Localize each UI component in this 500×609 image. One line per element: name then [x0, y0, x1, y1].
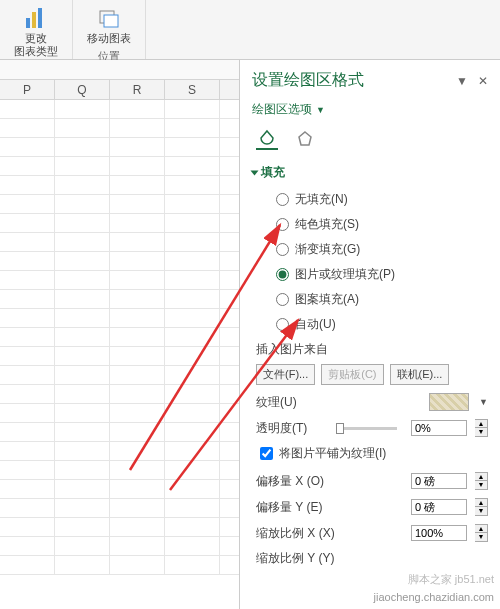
panel-dropdown-icon[interactable]: ▼	[456, 74, 468, 88]
col-header[interactable]: Q	[55, 80, 110, 99]
radio-no-fill[interactable]: 无填充(N)	[276, 191, 488, 208]
chevron-down-icon: ▼	[316, 105, 325, 115]
spreadsheet[interactable]: P Q R S	[0, 60, 240, 609]
tab-effects[interactable]	[294, 128, 316, 150]
tab-fill-line[interactable]	[256, 128, 278, 150]
file-button[interactable]: 文件(F)...	[256, 364, 315, 385]
scale-x-label: 缩放比例 X (X)	[256, 525, 346, 542]
change-chart-type-label: 更改 图表类型	[14, 32, 58, 58]
online-button[interactable]: 联机(E)...	[390, 364, 450, 385]
col-header[interactable]: R	[110, 80, 165, 99]
move-chart-button[interactable]: 移动图表	[77, 2, 141, 49]
panel-title-row: 设置绘图区格式 ▼ ✕	[252, 70, 488, 91]
offset-x-spinner[interactable]: ▲▼	[475, 472, 488, 490]
format-plot-area-panel: 设置绘图区格式 ▼ ✕ 绘图区选项 ▼ 填充 无填充(N) 纯色填充(S) 渐	[240, 60, 500, 609]
ribbon: 更改 图表类型 类型 移动图表 位置	[0, 0, 500, 60]
svg-marker-5	[299, 132, 311, 145]
column-headers: P Q R S	[0, 80, 239, 100]
panel-subtitle[interactable]: 绘图区选项 ▼	[252, 101, 488, 118]
fill-radios: 无填充(N) 纯色填充(S) 渐变填充(G) 图片或纹理填充(P) 图案填充(A…	[252, 191, 488, 333]
ribbon-group-location: 移动图表 位置	[73, 0, 146, 59]
radio-picture-fill[interactable]: 图片或纹理填充(P)	[276, 266, 488, 283]
texture-label: 纹理(U)	[256, 394, 328, 411]
offset-y-spinner[interactable]: ▲▼	[475, 498, 488, 516]
offset-y-label: 偏移量 Y (E)	[256, 499, 346, 516]
transparency-label: 透明度(T)	[256, 420, 328, 437]
main-area: P Q R S	[0, 60, 500, 609]
svg-rect-0	[26, 18, 30, 28]
move-chart-label: 移动图表	[87, 32, 131, 45]
section-fill-header[interactable]: 填充	[252, 164, 488, 181]
texture-dropdown-caret[interactable]: ▼	[479, 397, 488, 407]
panel-close-icon[interactable]: ✕	[478, 74, 488, 88]
col-header[interactable]: S	[165, 80, 220, 99]
panel-title: 设置绘图区格式	[252, 70, 364, 91]
scale-y-label: 缩放比例 Y (Y)	[256, 550, 346, 567]
ribbon-group-type: 更改 图表类型 类型	[0, 0, 73, 59]
svg-rect-1	[32, 12, 36, 28]
watermark-text-1: 脚本之家 jb51.net	[408, 572, 494, 587]
expand-triangle-icon	[251, 170, 259, 175]
move-chart-icon	[97, 6, 121, 30]
texture-swatch[interactable]	[429, 393, 469, 411]
watermark-text-2: jiaocheng.chazidian.com	[374, 591, 494, 603]
radio-solid-fill[interactable]: 纯色填充(S)	[276, 216, 488, 233]
scale-x-spinner[interactable]: ▲▼	[475, 524, 488, 542]
scale-x-input[interactable]	[411, 525, 467, 541]
offset-y-input[interactable]	[411, 499, 467, 515]
svg-rect-4	[104, 15, 118, 27]
change-chart-type-button[interactable]: 更改 图表类型	[4, 2, 68, 62]
offset-x-label: 偏移量 X (O)	[256, 473, 346, 490]
transparency-slider[interactable]	[336, 427, 397, 430]
svg-rect-2	[38, 8, 42, 28]
col-header[interactable]: P	[0, 80, 55, 99]
transparency-input[interactable]	[411, 420, 467, 436]
grid-rows	[0, 100, 239, 575]
section-fill-label: 填充	[261, 164, 285, 181]
panel-tabs	[252, 128, 488, 150]
radio-auto-fill[interactable]: 自动(U)	[276, 316, 488, 333]
clipboard-button[interactable]: 剪贴板(C)	[321, 364, 383, 385]
transparency-spinner[interactable]: ▲▼	[475, 419, 488, 437]
chart-type-icon	[24, 6, 48, 30]
insert-from-label: 插入图片来自	[256, 341, 488, 358]
radio-gradient-fill[interactable]: 渐变填充(G)	[276, 241, 488, 258]
tile-checkbox[interactable]: 将图片平铺为纹理(I)	[260, 445, 488, 462]
radio-pattern-fill[interactable]: 图案填充(A)	[276, 291, 488, 308]
offset-x-input[interactable]	[411, 473, 467, 489]
